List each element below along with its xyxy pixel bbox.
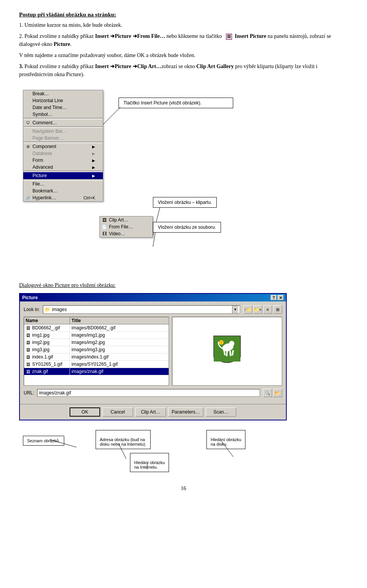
- menu-bookmark[interactable]: Bookmark…: [23, 187, 103, 194]
- preview-image: [212, 334, 242, 368]
- clip-art-button[interactable]: Clip Art…: [135, 407, 166, 417]
- col-name-header: Name: [24, 317, 70, 324]
- dialog-titlebar: Picture ? ✕: [20, 294, 286, 301]
- video-icon: 🎞: [101, 231, 107, 237]
- url-row: URL: 🔍 📂: [24, 389, 282, 397]
- file-icon-2: 🖼: [26, 340, 31, 345]
- menu-file[interactable]: File…: [23, 181, 103, 187]
- file-icon-0: 🖼: [26, 325, 31, 331]
- step-3: 3. Pokud zvolíme z nabídky příkaz Insert…: [19, 62, 348, 78]
- help-button[interactable]: ?: [271, 295, 277, 300]
- lookin-value: images: [52, 307, 67, 312]
- clip-art-icon: 🖼: [101, 217, 107, 223]
- file-list-header: Name Title: [24, 317, 169, 324]
- url-label: URL:: [24, 390, 34, 396]
- search-web-button[interactable]: 🔍: [263, 389, 272, 397]
- dialog-footer: OK Cancel Clip Art… Parameters… Scan…: [20, 404, 286, 420]
- step-1: 1. Umístíme kurzor na místo, kde bude ob…: [19, 21, 348, 29]
- menu-advanced[interactable]: Advanced ▶: [23, 164, 103, 171]
- url-buttons: 🔍 📂: [263, 389, 282, 397]
- file-list-area: Name Title 🖼 BD06662_.gif images/BD06662…: [24, 317, 282, 386]
- menu-form[interactable]: Form ▶: [23, 157, 103, 164]
- file-name-4[interactable]: 🖼 index.1.gif: [24, 353, 70, 360]
- database-arrow: ▶: [92, 151, 95, 156]
- file-title-2: images/img2.jpg: [70, 339, 169, 346]
- picture-arrow: ▶: [92, 174, 95, 178]
- dialog-annotations: Seznam obrázků. Adresa obrázku (buď na d…: [19, 428, 287, 478]
- menu-horizontal-line[interactable]: Horizontal Line: [23, 97, 103, 104]
- lookin-dropdown[interactable]: 📁 images ▼: [43, 305, 240, 314]
- up-folder-button[interactable]: ↑📁: [243, 305, 252, 314]
- menu-picture[interactable]: Picture ▶: [23, 172, 103, 179]
- search-disk-button[interactable]: 📂: [273, 389, 282, 397]
- form-arrow: ▶: [92, 158, 95, 163]
- file-title-1: images/img1.jpg: [70, 332, 169, 339]
- callout-from-file: Vložení obrázku ze souboru.: [153, 222, 221, 233]
- callout-hledani-disku: Hledání obrázku na disku.: [206, 430, 245, 449]
- submenu-clip-art[interactable]: 🖼 Clip Art…: [100, 217, 153, 223]
- menu-symbol[interactable]: Symbol…: [23, 111, 103, 118]
- svg-point-11: [220, 341, 222, 344]
- svg-line-0: [103, 107, 120, 124]
- submenu-from-file[interactable]: 📄 From File…: [100, 223, 153, 230]
- url-input[interactable]: [37, 389, 260, 397]
- folder-icon: 📁: [45, 307, 50, 312]
- file-name-6[interactable]: 🖼 znak.gif: [24, 368, 70, 375]
- menu-component[interactable]: ⚙ Component ▶: [23, 143, 103, 150]
- close-button[interactable]: ✕: [278, 295, 284, 300]
- menu-comment[interactable]: 🗨 Comment…: [23, 119, 103, 126]
- file-row-1[interactable]: 🖼 img1.jpg images/img1.jpg: [24, 332, 169, 339]
- menu-database[interactable]: Database ▶: [23, 150, 103, 157]
- menu-area: Break… Horizontal Line Date and Time… Sy…: [19, 86, 348, 270]
- view-details-button[interactable]: ⊞: [273, 305, 282, 314]
- callout-hledani-internet: Hledání obrázku na Internetu.: [130, 453, 169, 472]
- preview-area: [172, 317, 282, 386]
- file-row-4[interactable]: 🖼 index.1.gif images/index.1.gif: [24, 353, 169, 361]
- file-title-6: images/znak.gif: [70, 368, 169, 375]
- file-icon-5: 🖼: [26, 362, 31, 367]
- hyperlink-icon: 🔗: [25, 195, 31, 201]
- view-list-button[interactable]: ≡: [263, 305, 272, 314]
- file-name-2[interactable]: 🖼 img2.jpg: [24, 339, 70, 346]
- svg-rect-12: [214, 358, 240, 362]
- cancel-button[interactable]: Cancel: [102, 407, 133, 417]
- callout-seznam: Seznam obrázků.: [23, 436, 64, 446]
- menu-break[interactable]: Break…: [23, 90, 103, 97]
- file-row-6[interactable]: 🖼 znak.gif images/znak.gif: [24, 368, 169, 375]
- menu-hyperlink[interactable]: 🔗 Hyperlink… Ctrl+K: [23, 194, 103, 201]
- submenu-video[interactable]: 🎞 Video…: [100, 230, 153, 237]
- menu-navigation-bar[interactable]: Navigation Bar…: [23, 128, 103, 135]
- file-row-2[interactable]: 🖼 img2.jpg images/img2.jpg: [24, 339, 169, 346]
- page-title: Postup při vládání obrázku na stránku:: [19, 11, 348, 18]
- file-row-5[interactable]: 🖼 SY01265_1.gif images/SY01265_1.gif: [24, 361, 169, 368]
- hyperlink-shortcut: Ctrl+K: [83, 195, 95, 200]
- dialog-body: Look in: 📁 images ▼ ↑📁 📁+ ≡ ⊞ Name Title: [20, 301, 286, 404]
- parameters-button[interactable]: Parameters…: [168, 407, 203, 417]
- scan-button[interactable]: Scan…: [206, 407, 236, 417]
- file-row-3[interactable]: 🖼 img3.jpg images/img3.jpg: [24, 346, 169, 353]
- lookin-row: Look in: 📁 images ▼ ↑📁 📁+ ≡ ⊞: [24, 305, 282, 314]
- ok-button[interactable]: OK: [70, 407, 100, 417]
- file-name-1[interactable]: 🖼 img1.jpg: [24, 332, 70, 339]
- file-title-5: images/SY01265_1.gif: [70, 361, 169, 368]
- file-list[interactable]: Name Title 🖼 BD06662_.gif images/BD06662…: [24, 317, 169, 386]
- new-folder-button[interactable]: 📁+: [253, 305, 262, 314]
- dropdown-arrow-icon[interactable]: ▼: [232, 306, 238, 313]
- callout-clip-art: Vložení obrázku – klipartu.: [153, 197, 217, 208]
- menu-page-banner[interactable]: Page Banner…: [23, 135, 103, 142]
- file-name-5[interactable]: 🖼 SY01265_1.gif: [24, 361, 70, 368]
- menu-date-time[interactable]: Date and Time…: [23, 104, 103, 111]
- component-icon: ⚙: [25, 143, 31, 150]
- file-title-4: images/index.1.gif: [70, 353, 169, 360]
- file-name-0[interactable]: 🖼 BD06662_.gif: [24, 324, 70, 331]
- advanced-arrow: ▶: [92, 165, 95, 169]
- file-icon-1: 🖼: [26, 332, 31, 338]
- page-number: 16: [19, 485, 348, 492]
- step-2: 2. Pokud zvolíme z nabídky příkaz Insert…: [19, 32, 348, 48]
- dialog-titlebar-buttons: ? ✕: [271, 295, 284, 300]
- file-icon-6: 🖼: [26, 369, 31, 374]
- file-row-0[interactable]: 🖼 BD06662_.gif images/BD06662_.gif: [24, 324, 169, 332]
- file-name-3[interactable]: 🖼 img3.jpg: [24, 346, 70, 353]
- comment-icon: 🗨: [25, 120, 31, 126]
- picture-submenu: 🖼 Clip Art… 📄 From File… 🎞 Video…: [99, 216, 153, 238]
